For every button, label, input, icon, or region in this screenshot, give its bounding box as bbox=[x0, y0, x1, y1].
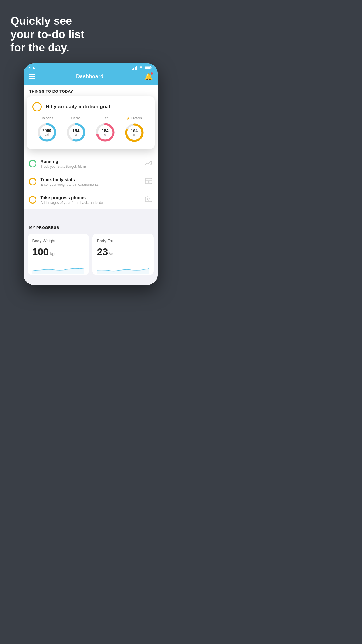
svg-rect-5 bbox=[151, 67, 151, 69]
status-icons bbox=[132, 66, 152, 70]
body-stats-title: Track body stats bbox=[41, 177, 141, 182]
nav-title: Dashboard bbox=[76, 74, 103, 80]
time: 9:41 bbox=[29, 66, 37, 70]
svg-point-15 bbox=[150, 162, 152, 164]
fat-label: Fat bbox=[103, 116, 108, 120]
calories-label: Calories bbox=[40, 116, 53, 120]
hero-title: Quickly see your to-do list for the day. bbox=[10, 15, 181, 55]
carbs-donut: 164 g bbox=[66, 122, 87, 143]
svg-rect-16 bbox=[145, 178, 152, 184]
carbs-label: Carbs bbox=[71, 116, 80, 120]
svg-point-18 bbox=[148, 181, 149, 183]
notification-dot bbox=[151, 72, 153, 75]
body-weight-card-title: Body Weight bbox=[32, 239, 84, 243]
body-stats-circle bbox=[29, 178, 36, 186]
battery-icon bbox=[145, 66, 152, 69]
body-fat-number: 23 bbox=[97, 246, 108, 258]
todo-progress-photos[interactable]: Take progress photos Add images of your … bbox=[24, 191, 158, 209]
running-title: Running bbox=[41, 159, 141, 164]
card-check-circle bbox=[32, 102, 42, 111]
photos-title: Take progress photos bbox=[41, 195, 141, 200]
photos-circle bbox=[29, 196, 36, 204]
phone-body: THINGS TO DO TODAY Hit your daily nutrit… bbox=[24, 85, 158, 285]
body-weight-value: 100 kg bbox=[32, 246, 84, 258]
menu-button[interactable] bbox=[29, 74, 35, 79]
body-weight-sparkline bbox=[32, 262, 84, 274]
protein-label: ★ Protein bbox=[126, 116, 142, 120]
todo-list: Running Track your stats (target: 5km) T… bbox=[24, 155, 158, 209]
protein-donut: 164 g bbox=[124, 122, 145, 143]
body-weight-unit: kg bbox=[50, 251, 55, 256]
nutrition-row: Calories 2000 cal Carbs bbox=[32, 116, 149, 143]
section-header: THINGS TO DO TODAY bbox=[24, 85, 158, 97]
protein-value: 164 g bbox=[131, 129, 138, 136]
card-header: Hit your daily nutrition goal bbox=[32, 102, 149, 111]
body-weight-card[interactable]: Body Weight 100 kg bbox=[28, 234, 89, 275]
running-subtitle: Track your stats (target: 5km) bbox=[41, 164, 141, 169]
section-title: THINGS TO DO TODAY bbox=[29, 89, 152, 94]
nutrition-carbs: Carbs 164 g bbox=[66, 116, 87, 143]
wifi-icon bbox=[139, 66, 143, 69]
svg-rect-2 bbox=[135, 67, 136, 70]
svg-rect-3 bbox=[136, 66, 137, 70]
scale-icon bbox=[145, 177, 152, 186]
body-fat-card[interactable]: Body Fat 23 % bbox=[92, 234, 154, 275]
status-bar: 9:41 bbox=[24, 63, 158, 71]
signal-icon bbox=[132, 66, 137, 70]
body-fat-value: 23 % bbox=[97, 246, 149, 258]
body-fat-sparkline bbox=[97, 262, 149, 274]
svg-rect-19 bbox=[145, 197, 152, 202]
nutrition-protein: ★ Protein 164 g bbox=[124, 116, 145, 143]
nutrition-card[interactable]: Hit your daily nutrition goal Calories 2… bbox=[27, 96, 155, 149]
svg-rect-6 bbox=[145, 67, 150, 69]
svg-rect-0 bbox=[132, 69, 133, 70]
star-icon: ★ bbox=[126, 116, 130, 120]
body-weight-number: 100 bbox=[32, 246, 49, 258]
running-icon bbox=[145, 160, 152, 168]
body-fat-card-title: Body Fat bbox=[97, 239, 149, 243]
svg-rect-1 bbox=[133, 68, 134, 70]
running-circle bbox=[29, 160, 36, 167]
body-fat-unit: % bbox=[109, 251, 113, 256]
nav-bar: Dashboard 🔔 bbox=[24, 71, 158, 85]
fat-donut: 164 g bbox=[95, 122, 116, 143]
notification-button[interactable]: 🔔 bbox=[145, 73, 152, 80]
photo-icon bbox=[145, 195, 152, 204]
running-text: Running Track your stats (target: 5km) bbox=[41, 159, 141, 169]
svg-rect-21 bbox=[147, 196, 150, 197]
phone-frame: 9:41 D bbox=[24, 63, 158, 285]
nutrition-fat: Fat 164 g bbox=[95, 116, 116, 143]
calories-donut: 2000 cal bbox=[36, 122, 57, 143]
photos-subtitle: Add images of your front, back, and side bbox=[41, 201, 141, 205]
progress-title: MY PROGRESS bbox=[28, 225, 154, 230]
carbs-value: 164 g bbox=[73, 129, 79, 136]
todo-running[interactable]: Running Track your stats (target: 5km) bbox=[24, 155, 158, 173]
progress-cards: Body Weight 100 kg Body Fat 23 % bbox=[28, 234, 154, 275]
todo-body-stats[interactable]: Track body stats Enter your weight and m… bbox=[24, 173, 158, 191]
card-title: Hit your daily nutrition goal bbox=[46, 104, 110, 110]
body-stats-text: Track body stats Enter your weight and m… bbox=[41, 177, 141, 187]
progress-section: MY PROGRESS Body Weight 100 kg B bbox=[24, 218, 158, 279]
hero-section: Quickly see your to-do list for the day. bbox=[0, 0, 181, 55]
body-stats-subtitle: Enter your weight and measurements bbox=[41, 183, 141, 187]
photos-text: Take progress photos Add images of your … bbox=[41, 195, 141, 205]
fat-value: 164 g bbox=[102, 129, 108, 136]
svg-point-20 bbox=[147, 198, 150, 200]
calories-value: 2000 cal bbox=[42, 129, 51, 136]
nutrition-calories: Calories 2000 cal bbox=[36, 116, 57, 143]
